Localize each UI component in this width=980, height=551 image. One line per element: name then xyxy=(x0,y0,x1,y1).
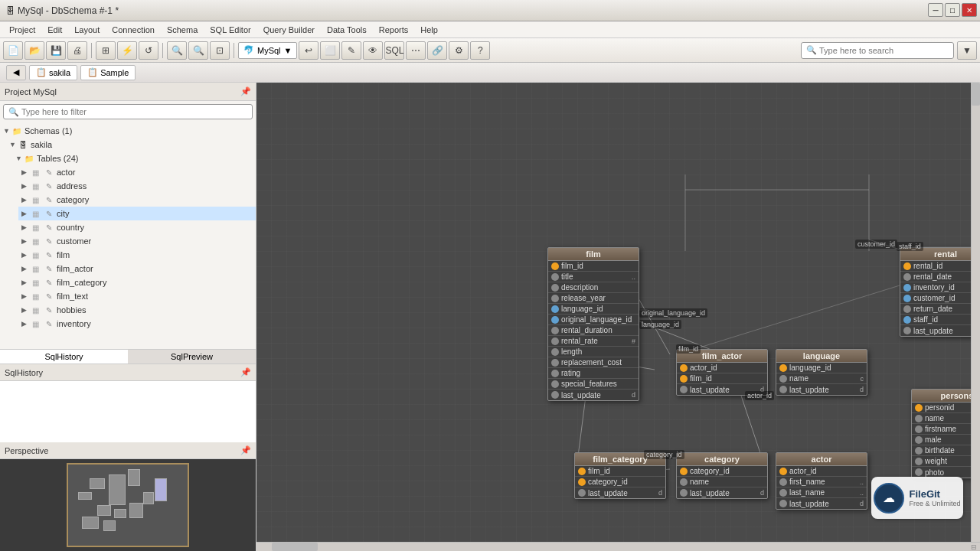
language-table[interactable]: language language_id namec last_updated xyxy=(776,349,867,396)
menu-project[interactable]: Project xyxy=(3,24,41,36)
reg-icon xyxy=(551,273,559,281)
menu-data-tools[interactable]: Data Tools xyxy=(321,24,373,36)
print-button[interactable]: 🖨 xyxy=(67,41,87,60)
search-dropdown-btn[interactable]: ▼ xyxy=(957,41,977,60)
edit-icon-city: ✎ xyxy=(43,208,55,219)
tree-filter-box[interactable]: 🔍 xyxy=(3,104,253,119)
menu-edit[interactable]: Edit xyxy=(41,24,68,36)
table-actor[interactable]: ▶ ▦ ✎ actor xyxy=(18,165,256,179)
menu-query-builder[interactable]: Query Builder xyxy=(257,24,321,36)
film-text-expand[interactable]: ▶ xyxy=(21,292,29,300)
zoom-out-button[interactable]: 🔍 xyxy=(167,41,187,60)
global-search-input[interactable] xyxy=(819,46,942,55)
table-country[interactable]: ▶ ▦ ✎ country xyxy=(18,220,256,234)
actor-table[interactable]: actor actor_id first_name.. last_name.. … xyxy=(776,452,867,510)
sql-history-tab[interactable]: SqlHistory xyxy=(0,350,128,364)
canvas-size-handle[interactable]: ⊟ xyxy=(971,543,977,551)
table-hobbies[interactable]: ▶ ▦ ✎ hobbies xyxy=(18,303,256,317)
menu-layout[interactable]: Layout xyxy=(68,24,106,36)
table-film-text[interactable]: ▶ ▦ ✎ film_text xyxy=(18,289,256,303)
edit-btn[interactable]: ✎ xyxy=(341,41,361,60)
close-button[interactable]: ✕ xyxy=(962,3,977,17)
h-scrollbar-thumb[interactable] xyxy=(272,543,318,551)
main-toolbar: 📄 📂 💾 🖨 ⊞ ⚡ ↺ 🔍 🔍 ⊡ 🐬 MySql ▼ ↩ ⬜ ✎ 👁 SQ… xyxy=(0,38,980,63)
customer-expand[interactable]: ▶ xyxy=(21,237,29,245)
canvas-vertical-scrollbar[interactable] xyxy=(971,83,980,542)
persons-table[interactable]: persons personid name firstname male bir… xyxy=(911,389,971,478)
film-category-table[interactable]: film_category film_id category_id last_u… xyxy=(574,452,666,499)
table-btn[interactable]: ⬜ xyxy=(320,41,340,60)
menu-schema[interactable]: Schema xyxy=(161,24,204,36)
global-search-box[interactable]: 🔍 xyxy=(801,42,954,59)
diagram-canvas[interactable]: film film_id title.. description release… xyxy=(256,83,971,542)
city-expand[interactable]: ▶ xyxy=(21,210,29,217)
back-button[interactable]: ◀ xyxy=(6,65,26,80)
table-film-category[interactable]: ▶ ▦ ✎ film_category xyxy=(18,276,256,289)
help-btn[interactable]: ? xyxy=(470,41,490,60)
tables-node[interactable]: ▼ 📁 Tables (24) xyxy=(12,152,256,165)
category-table[interactable]: category category_id name last_updated xyxy=(676,452,768,499)
minimize-button[interactable]: ─ xyxy=(928,3,943,17)
connect-button[interactable]: ⚡ xyxy=(117,41,137,60)
actor-table-header: actor xyxy=(776,453,867,466)
sakila-node[interactable]: ▼ 🗄 sakila xyxy=(6,138,256,152)
film-category-expand[interactable]: ▶ xyxy=(21,279,29,286)
extra-btn[interactable]: ⚙ xyxy=(449,41,469,60)
tables-expand[interactable]: ▼ xyxy=(15,155,23,162)
db-action-btn[interactable]: ↩ xyxy=(299,41,318,60)
category-expand[interactable]: ▶ xyxy=(21,196,29,204)
view-btn[interactable]: 👁 xyxy=(363,41,383,60)
v-scrollbar-thumb[interactable] xyxy=(972,83,980,106)
category-table-body: category_id name last_updated xyxy=(677,466,767,498)
sakila-tab[interactable]: 📋 sakila xyxy=(29,65,77,80)
link-btn[interactable]: 🔗 xyxy=(427,41,447,60)
canvas-horizontal-scrollbar[interactable]: ⊟ xyxy=(256,542,980,551)
refresh-button[interactable]: ↺ xyxy=(139,41,158,60)
sakila-expand[interactable]: ▼ xyxy=(9,141,17,148)
table-address[interactable]: ▶ ▦ ✎ address xyxy=(18,179,256,193)
film-actor-table[interactable]: film_actor actor_id film_id last_updated xyxy=(676,349,768,396)
tree-filter-input[interactable] xyxy=(21,107,190,116)
perspective-pin[interactable]: 📌 xyxy=(240,445,251,455)
country-expand[interactable]: ▶ xyxy=(21,223,29,231)
new-button[interactable]: 📄 xyxy=(3,41,23,60)
edit-icon-hobbies: ✎ xyxy=(43,305,55,315)
reg-icon xyxy=(915,436,923,444)
category-label: category xyxy=(57,195,89,204)
sample-tab[interactable]: 📋 Sample xyxy=(80,65,136,80)
hobbies-expand[interactable]: ▶ xyxy=(21,306,29,314)
sql-history-pin[interactable]: 📌 xyxy=(240,367,251,377)
table-category[interactable]: ▶ ▦ ✎ category xyxy=(18,193,256,207)
film-expand[interactable]: ▶ xyxy=(21,251,29,259)
menu-reports[interactable]: Reports xyxy=(373,24,415,36)
city-label: city xyxy=(57,209,70,218)
table-film-actor[interactable]: ▶ ▦ ✎ film_actor xyxy=(18,262,256,276)
film-actor-expand[interactable]: ▶ xyxy=(21,265,29,272)
zoom-fit-button[interactable]: ⊡ xyxy=(210,41,230,60)
rental-table[interactable]: rental rental_id rental_date inventory_i… xyxy=(900,247,971,337)
film-table[interactable]: film film_id title.. description release… xyxy=(547,247,639,401)
menu-help[interactable]: Help xyxy=(414,24,444,36)
menu-connection[interactable]: Connection xyxy=(106,24,161,36)
save-button[interactable]: 💾 xyxy=(46,41,66,60)
actor-expand[interactable]: ▶ xyxy=(21,168,29,176)
maximize-button[interactable]: □ xyxy=(945,3,960,17)
schemas-expand[interactable]: ▼ xyxy=(3,127,11,135)
address-expand[interactable]: ▶ xyxy=(21,182,29,190)
project-pin-icon[interactable]: 📌 xyxy=(240,86,251,96)
table-customer[interactable]: ▶ ▦ ✎ customer xyxy=(18,234,256,248)
sql-btn[interactable]: SQL xyxy=(384,41,404,60)
db-selector[interactable]: 🐬 MySql ▼ xyxy=(238,42,297,59)
table-inventory[interactable]: ▶ ▦ ✎ inventory xyxy=(18,317,256,331)
open-button[interactable]: 📂 xyxy=(24,41,44,60)
schemas-node[interactable]: ▼ 📁 Schemas (1) xyxy=(0,124,256,138)
sql-preview-tab[interactable]: SqlPreview xyxy=(128,350,256,364)
table-film[interactable]: ▶ ▦ ✎ film xyxy=(18,248,256,262)
layout-button[interactable]: ⊞ xyxy=(96,41,116,60)
zoom-in-button[interactable]: 🔍 xyxy=(188,41,208,60)
menu-sql-editor[interactable]: SQL Editor xyxy=(204,24,256,36)
minimap-canvas[interactable] xyxy=(67,463,189,547)
more-btn[interactable]: ⋯ xyxy=(406,41,426,60)
table-city[interactable]: ▶ ▦ ✎ city xyxy=(18,207,256,220)
inventory-expand[interactable]: ▶ xyxy=(21,320,29,328)
